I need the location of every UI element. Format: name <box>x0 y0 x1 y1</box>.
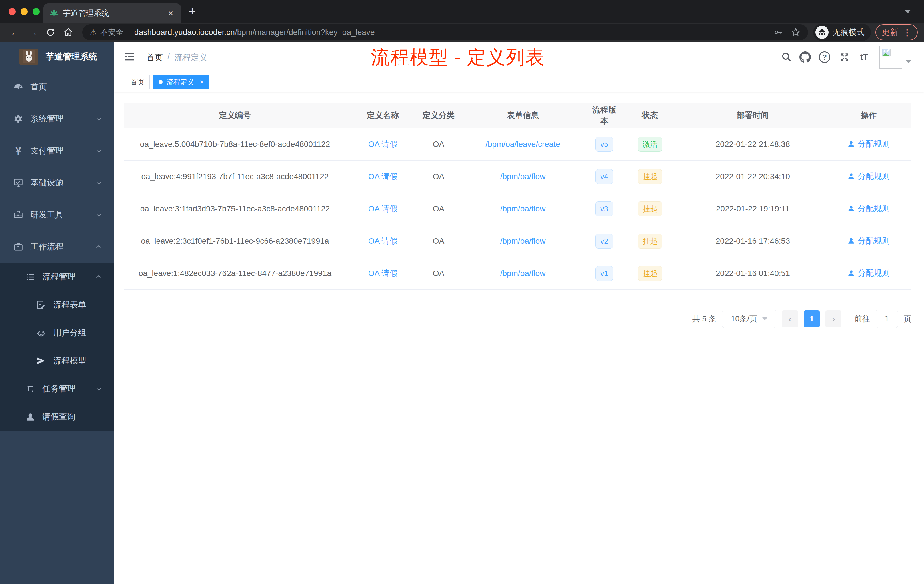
sidebar-item-home[interactable]: 首页 <box>0 71 114 103</box>
cell-definition-id: oa_leave:1:482ec033-762a-11ec-8477-a2380… <box>124 257 346 289</box>
paper-plane-icon <box>35 356 48 366</box>
table-row: oa_leave:4:991f2193-7b7f-11ec-a3c8-acde4… <box>124 160 911 193</box>
assign-rule-link[interactable]: 分配规则 <box>847 268 890 279</box>
chrome-update-button[interactable]: 更新 ⋮ <box>875 24 918 40</box>
goto-page-input[interactable] <box>876 310 898 328</box>
sidebar-collapse-icon[interactable] <box>124 51 135 62</box>
brand-logo-avatar <box>20 49 38 64</box>
page-title-annotation: 流程模型 - 定义列表 <box>371 45 545 70</box>
version-badge: v4 <box>596 169 613 184</box>
chevron-down-icon <box>95 179 103 187</box>
cell-definition-id: oa_leave:5:004b710b-7b8a-11ec-8ef0-acde4… <box>124 128 346 160</box>
cell-category: OA <box>420 225 457 257</box>
page-size-select[interactable]: 10条/页 <box>722 310 776 328</box>
cell-definition-name-link[interactable]: OA 请假 <box>346 128 420 160</box>
cell-definition-name-link[interactable]: OA 请假 <box>346 257 420 289</box>
sidebar-item-payment[interactable]: ¥ 支付管理 <box>0 135 114 167</box>
assign-rule-link[interactable]: 分配规则 <box>847 139 890 149</box>
sidebar-item-workflow[interactable]: 工作流程 <box>0 231 114 263</box>
table-row: oa_leave:3:1fad3d93-7b75-11ec-a3c8-acde4… <box>124 193 911 225</box>
sidebar-item-label: 研发工具 <box>30 209 63 221</box>
assign-rule-link[interactable]: 分配规则 <box>847 236 890 246</box>
status-badge: 激活 <box>638 137 662 152</box>
window-controls <box>8 8 40 15</box>
sidebar-item-label: 支付管理 <box>30 145 63 157</box>
org-tree-icon <box>24 384 36 393</box>
sidebar-item-dev-tools[interactable]: 研发工具 <box>0 199 114 231</box>
incognito-badge: 无痕模式 <box>813 24 871 41</box>
cell-form-link[interactable]: /bpm/oa/flow <box>457 225 589 257</box>
help-glyph: ? <box>819 51 830 63</box>
col-header-definition-category: 定义分类 <box>420 103 457 128</box>
insecure-warning-icon: ⚠ <box>90 28 97 37</box>
github-icon[interactable] <box>798 50 813 64</box>
cell-definition-name-link[interactable]: OA 请假 <box>346 193 420 225</box>
minimize-window-button[interactable] <box>21 8 28 15</box>
cell-definition-name-link[interactable]: OA 请假 <box>346 225 420 257</box>
reload-icon[interactable] <box>46 27 55 37</box>
cell-form-link[interactable]: /bpm/oa/flow <box>457 257 589 289</box>
sidebar-item-process-model[interactable]: 流程模型 <box>0 347 114 375</box>
new-tab-button[interactable]: + <box>188 4 196 18</box>
bookmark-star-icon[interactable] <box>791 27 800 37</box>
main-panel: 首页 / 流程定义 流程模型 - 定义列表 ? <box>114 42 924 584</box>
page-content: 定义编号 定义名称 定义分类 表单信息 流程版本 状态 部署时间 操作 oa_l… <box>114 92 924 328</box>
tag-home[interactable]: 首页 <box>125 74 150 89</box>
sidebar-item-system[interactable]: 系统管理 <box>0 103 114 135</box>
assign-rule-link[interactable]: 分配规则 <box>847 171 890 182</box>
current-page-button[interactable]: 1 <box>804 310 820 327</box>
sidebar: 芋道管理系统 首页 <box>0 42 114 584</box>
document-edit-icon <box>35 300 48 310</box>
version-badge: v5 <box>596 137 613 152</box>
font-size-icon[interactable]: tT <box>856 50 871 64</box>
favicon-plant-icon <box>50 9 58 17</box>
tag-process-definition[interactable]: 流程定义 × <box>153 74 209 89</box>
cell-form-link[interactable]: /bpm/oa/leave/create <box>457 128 589 160</box>
tag-close-icon[interactable]: × <box>200 78 204 86</box>
cell-form-link[interactable]: /bpm/oa/flow <box>457 193 589 225</box>
toolbox-icon <box>12 210 25 220</box>
page-size-value: 10条/页 <box>731 314 757 324</box>
pagination-total: 共 5 条 <box>692 314 716 324</box>
back-icon[interactable]: ← <box>10 27 20 38</box>
cell-definition-name-link[interactable]: OA 请假 <box>346 160 420 193</box>
sidebar-item-leave-query[interactable]: 请假查询 <box>0 403 114 431</box>
cell-form-link[interactable]: /bpm/oa/flow <box>457 160 589 193</box>
close-window-button[interactable] <box>8 8 16 15</box>
briefcase-icon <box>12 242 25 252</box>
sidebar-item-process-management[interactable]: 流程管理 <box>0 263 114 291</box>
help-icon[interactable]: ? <box>817 50 832 64</box>
home-icon[interactable] <box>63 27 73 37</box>
status-badge: 挂起 <box>638 169 662 184</box>
cell-deploy-time: 2022-01-22 19:19:11 <box>680 193 826 225</box>
user-avatar-broken-image[interactable] <box>879 46 902 69</box>
sidebar-item-infrastructure[interactable]: 基础设施 <box>0 167 114 199</box>
tag-active-dot <box>158 80 163 84</box>
password-key-icon[interactable] <box>774 28 783 37</box>
table-row: oa_leave:5:004b710b-7b8a-11ec-8ef0-acde4… <box>124 128 911 160</box>
breadcrumb-home[interactable]: 首页 <box>146 52 163 63</box>
sidebar-logo-row: 芋道管理系统 <box>0 42 114 71</box>
fullscreen-icon[interactable] <box>837 50 852 64</box>
chevron-down-icon <box>95 115 103 123</box>
browser-tab[interactable]: 芋道管理系统 × <box>43 3 181 23</box>
address-bar[interactable]: ⚠ 不安全 dashboard.yudao.iocoder.cn/bpm/man… <box>82 24 808 40</box>
sidebar-item-user-group[interactable]: 用户分组 <box>0 319 114 347</box>
sidebar-item-process-form[interactable]: 流程表单 <box>0 291 114 319</box>
next-page-button[interactable]: › <box>825 310 842 327</box>
browser-menu-kebab-icon[interactable]: ⋮ <box>903 27 911 38</box>
brand-title: 芋道管理系统 <box>46 51 97 63</box>
col-header-definition-name: 定义名称 <box>346 103 420 128</box>
sidebar-item-label: 任务管理 <box>42 383 76 394</box>
forward-icon[interactable]: → <box>28 27 38 38</box>
sidebar-item-task-management[interactable]: 任务管理 <box>0 375 114 403</box>
search-icon[interactable] <box>779 50 794 64</box>
sidebar-item-label: 系统管理 <box>30 113 63 125</box>
assign-rule-link[interactable]: 分配规则 <box>847 203 890 214</box>
prev-page-button[interactable]: ‹ <box>782 310 798 327</box>
user-menu-caret-icon[interactable] <box>906 60 911 63</box>
table-header-row: 定义编号 定义名称 定义分类 表单信息 流程版本 状态 部署时间 操作 <box>124 103 911 128</box>
tab-close-icon[interactable]: × <box>166 8 175 18</box>
tab-search-caret-icon[interactable] <box>904 10 911 13</box>
maximize-window-button[interactable] <box>33 8 40 15</box>
